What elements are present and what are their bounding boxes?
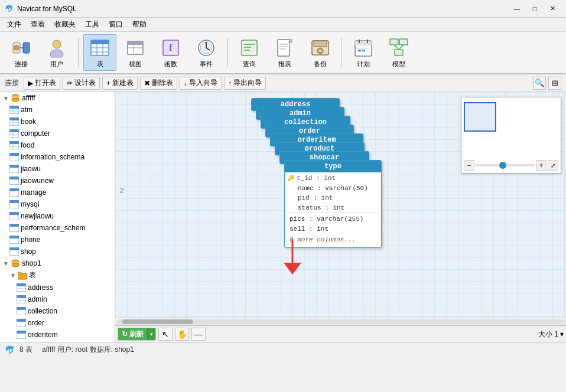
svg-rect-92 bbox=[18, 272, 21, 275]
size-label[interactable]: 大小 1 ▾ bbox=[538, 329, 564, 339]
sidebar-item-address[interactable]: address bbox=[0, 282, 115, 293]
table-icon-atm bbox=[9, 105, 19, 115]
toolbar-separator-3 bbox=[341, 38, 342, 67]
sidebar-item-book[interactable]: book bbox=[0, 116, 115, 128]
toolbar-report[interactable]: 报表 bbox=[268, 34, 301, 71]
delete-icon: ✖ bbox=[144, 79, 150, 87]
sidebar-item-atm[interactable]: atm bbox=[0, 104, 115, 116]
sidebar-item-order[interactable]: order bbox=[0, 317, 115, 329]
sidebar-item-phone[interactable]: phone bbox=[0, 234, 115, 246]
scrollbar-track bbox=[116, 319, 565, 324]
sidebar-item-product[interactable]: product bbox=[0, 341, 115, 342]
toolbar-table[interactable]: 表 bbox=[83, 34, 116, 71]
svg-rect-42 bbox=[358, 50, 361, 51]
sidebar-item-newjiaowu[interactable]: newjiaowu bbox=[0, 210, 115, 222]
user-label: 用户 bbox=[50, 60, 63, 68]
diagram-table-type[interactable]: type 🔑 t_id : int name : varchar(50) pid… bbox=[284, 160, 382, 248]
sidebar-item-admin[interactable]: admin bbox=[0, 293, 115, 305]
delete-table-btn[interactable]: ✖ 删除表 bbox=[140, 77, 177, 90]
sidebar-item-afffff[interactable]: ▼ afffff bbox=[0, 92, 115, 104]
new-table-btn[interactable]: + 新建表 bbox=[102, 77, 138, 90]
sidebar-item-jiaowunew[interactable]: jiaowunew bbox=[0, 175, 115, 187]
horizontal-scrollbar[interactable] bbox=[115, 318, 566, 325]
sidebar-item-collection[interactable]: collection bbox=[0, 305, 115, 317]
sidebar-item-jiaowu[interactable]: jiaowu bbox=[0, 163, 115, 175]
svg-point-35 bbox=[319, 50, 321, 52]
backup-label: 备份 bbox=[314, 60, 327, 68]
svg-text:f: f bbox=[169, 43, 173, 53]
svg-rect-82 bbox=[9, 224, 19, 227]
svg-rect-78 bbox=[9, 200, 19, 203]
search-area: 🔍 ⊞ bbox=[533, 77, 561, 90]
menu-item-收藏夹[interactable]: 收藏夹 bbox=[50, 18, 80, 31]
svg-rect-97 bbox=[17, 295, 26, 298]
toolbar-model[interactable]: 模型 bbox=[382, 34, 415, 71]
sidebar-item-mysql[interactable]: mysql bbox=[0, 198, 115, 210]
table-icon-admin bbox=[17, 295, 26, 304]
table-icon-newjiaowu bbox=[9, 211, 19, 221]
statusbar: 🐬 8 表 afffff 用户: root 数据库: shop1 bbox=[0, 342, 566, 357]
sidebar-item-information-schema[interactable]: information_schema bbox=[0, 151, 115, 163]
grid-view-button[interactable]: ⊞ bbox=[548, 77, 561, 90]
diagram-canvas[interactable]: 2 address admin collection order orderit… bbox=[115, 92, 566, 318]
menu-item-工具[interactable]: 工具 bbox=[80, 18, 104, 31]
db-icon-afffff bbox=[11, 93, 20, 103]
event-icon bbox=[196, 37, 217, 58]
svg-rect-2 bbox=[23, 43, 30, 53]
toolbar-view[interactable]: 视图 bbox=[119, 34, 152, 71]
open-table-btn[interactable]: ▶ 打开表 bbox=[24, 77, 60, 90]
refresh-icon: ↻ bbox=[122, 330, 128, 338]
sidebar-folder-table[interactable]: ▼ 表 bbox=[0, 269, 115, 282]
hand-tool-button[interactable]: ✋ bbox=[175, 328, 189, 341]
toolbar-function[interactable]: f 函数 bbox=[154, 34, 187, 71]
model-label: 模型 bbox=[392, 60, 405, 68]
connection-bar: 连接 ▶ 打开表 ✏ 设计表 + 新建表 ✖ 删除表 ↓ 导入向导 ↑ 导出向导… bbox=[0, 74, 566, 92]
refresh-dropdown-arrow[interactable]: ▾ bbox=[147, 328, 155, 341]
cursor-tool-button[interactable]: ↖ bbox=[158, 328, 173, 341]
menu-item-窗口[interactable]: 窗口 bbox=[104, 18, 128, 31]
menu-item-查看[interactable]: 查看 bbox=[26, 18, 50, 31]
delete-tool-button[interactable]: — bbox=[191, 328, 206, 341]
toolbar-event[interactable]: 事件 bbox=[190, 34, 223, 71]
import-wizard-btn[interactable]: ↓ 导入向导 bbox=[180, 77, 222, 90]
sidebar-item-performance-schema[interactable]: performance_schem bbox=[0, 222, 115, 234]
zoom-out-button[interactable]: − bbox=[464, 160, 474, 171]
scrollbar-thumb[interactable] bbox=[122, 319, 193, 324]
sidebar-item-manage[interactable]: manage bbox=[0, 187, 115, 198]
minimize-button[interactable]: — bbox=[508, 3, 526, 15]
expand-map-button[interactable]: ⤢ bbox=[548, 160, 558, 171]
toolbar-user[interactable]: 用户 bbox=[40, 34, 73, 71]
connect-icon bbox=[11, 37, 32, 58]
toolbar-query[interactable]: 查询 bbox=[233, 34, 266, 71]
report-icon bbox=[274, 37, 295, 58]
menu-item-文件[interactable]: 文件 bbox=[2, 18, 26, 31]
svg-rect-26 bbox=[278, 40, 289, 56]
query-label: 查询 bbox=[243, 60, 256, 68]
sidebar-item-orderitem[interactable]: orderitem bbox=[0, 329, 115, 341]
svg-rect-44 bbox=[390, 39, 398, 45]
toolbar-backup[interactable]: 备份 bbox=[304, 34, 337, 71]
status-text: afffff 用户: root 数据库: shop1 bbox=[42, 345, 134, 355]
expand-icon-tables: ▼ bbox=[9, 272, 17, 279]
toolbar-connect[interactable]: 连接 bbox=[5, 34, 38, 71]
menu-item-帮助[interactable]: 帮助 bbox=[128, 18, 151, 31]
svg-rect-90 bbox=[12, 262, 19, 263]
zoom-slider[interactable] bbox=[476, 164, 535, 166]
export-wizard-btn[interactable]: ↑ 导出向导 bbox=[224, 77, 266, 90]
design-table-btn[interactable]: ✏ 设计表 bbox=[63, 77, 100, 90]
refresh-button[interactable]: ↻ 刷新 ▾ bbox=[118, 328, 156, 341]
sidebar-item-shop[interactable]: shop bbox=[0, 246, 115, 257]
model-icon bbox=[388, 37, 409, 58]
search-button[interactable]: 🔍 bbox=[533, 77, 546, 90]
sidebar-item-computer[interactable]: computer bbox=[0, 128, 115, 139]
view-label: 视图 bbox=[129, 60, 142, 68]
svg-point-5 bbox=[50, 50, 63, 58]
close-button[interactable]: ✕ bbox=[544, 3, 561, 15]
sidebar-item-shop1[interactable]: ▼ shop1 bbox=[0, 257, 115, 269]
toolbar-schedule[interactable]: 计划 bbox=[347, 34, 380, 71]
table-icon-manage bbox=[9, 188, 19, 197]
maximize-button[interactable]: □ bbox=[526, 3, 544, 15]
table-icon bbox=[89, 37, 110, 58]
zoom-in-button[interactable]: + bbox=[536, 160, 547, 171]
sidebar-item-food[interactable]: food bbox=[0, 139, 115, 151]
